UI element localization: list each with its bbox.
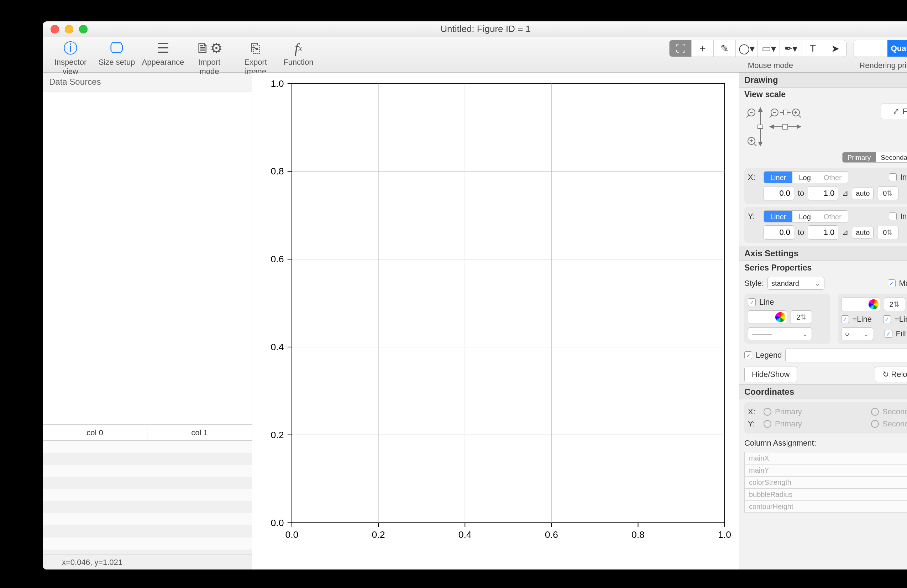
marker-color-picker[interactable]: [841, 298, 880, 311]
mouse-mode-rect-icon[interactable]: ▭▾: [758, 40, 780, 57]
mouse-mode-pencil-icon[interactable]: ✎: [714, 40, 736, 57]
mouse-mode-pen-icon[interactable]: ✒▾: [780, 40, 802, 57]
coord-y-primary-radio[interactable]: [764, 420, 771, 428]
x-from-input[interactable]: [764, 186, 794, 200]
fit-button[interactable]: ⤢ Fit: [881, 104, 907, 119]
x-to-input[interactable]: [808, 186, 838, 200]
colorwheel-icon: [775, 312, 785, 322]
export-image-button[interactable]: ⎘ Export image: [234, 38, 277, 76]
coord-y-secondary-radio[interactable]: [871, 420, 879, 428]
y-scale-other[interactable]: Other: [817, 211, 848, 222]
mouse-mode-text-icon[interactable]: T: [802, 40, 824, 57]
delta-icon: ⊿: [842, 228, 848, 237]
y-auto-stepper[interactable]: 0 ⇅: [877, 226, 899, 239]
x-auto-stepper[interactable]: 0 ⇅: [877, 186, 899, 200]
data-table-header: col 0 col 1: [43, 424, 252, 441]
y-axis-settings: Y: Liner Log Other Invert to: [744, 207, 907, 243]
reload-button[interactable]: ↻ Reload: [875, 367, 907, 382]
inspector-view-button[interactable]: ⓘ Inspector view: [49, 38, 92, 76]
svg-text:0.0: 0.0: [271, 518, 284, 528]
svg-text:0.8: 0.8: [631, 529, 645, 540]
assignment-item[interactable]: mainX⌄: [744, 452, 907, 464]
line-checkbox[interactable]: [748, 298, 756, 306]
close-icon[interactable]: [51, 25, 59, 34]
series-properties-title: Series Properties: [739, 261, 907, 275]
mouse-mode-pointer-icon[interactable]: ➤: [824, 40, 846, 57]
y-scale-segmented[interactable]: Liner Log Other: [764, 210, 848, 223]
coord-x-primary-radio[interactable]: [764, 408, 771, 416]
legend-input[interactable]: [785, 348, 907, 362]
rendering-option-speed[interactable]: [854, 40, 888, 57]
style-dropdown[interactable]: standard⌄: [768, 277, 824, 290]
y-scale-linear[interactable]: Liner: [764, 211, 792, 222]
svg-text:0.6: 0.6: [545, 529, 558, 540]
y-auto-chip[interactable]: auto: [852, 227, 873, 239]
toolbar-label: Appearance: [142, 58, 184, 67]
marker-shape-dropdown[interactable]: ○⌄: [841, 327, 873, 340]
svg-line-51: [799, 115, 801, 117]
view-navigation-cluster[interactable]: − + − +: [744, 104, 801, 150]
x-scale-segmented[interactable]: Liner Log Other: [764, 171, 848, 183]
x-scale-other[interactable]: Other: [817, 171, 848, 183]
marker-checkbox[interactable]: [888, 279, 896, 287]
mouse-mode-add-icon[interactable]: ＋: [692, 40, 714, 57]
line-style-dropdown[interactable]: ────⌄: [748, 327, 812, 340]
x-invert-checkbox[interactable]: [889, 173, 897, 181]
x-scale-linear[interactable]: Liner: [764, 171, 792, 183]
svg-text:+: +: [795, 110, 797, 115]
coord-x-secondary-radio[interactable]: [871, 408, 879, 416]
y-to-input[interactable]: [808, 225, 838, 240]
mouse-mode-segmented[interactable]: ⛶ ＋ ✎ ◯▾ ▭▾ ✒▾ T ➤: [669, 40, 846, 57]
size-setup-button[interactable]: 🖵 Size setup: [95, 38, 138, 76]
svg-text:0.2: 0.2: [372, 529, 385, 540]
assignment-item[interactable]: colorStrength⌄: [744, 476, 907, 488]
column-assignment-list: mainX⌄ mainY⌄ colorStrength⌄ bubbleRadiu…: [744, 452, 907, 513]
axis-primary-secondary-tabs[interactable]: Primary Secondary: [842, 152, 907, 163]
appearance-button[interactable]: ☰ Appearance: [142, 38, 184, 76]
data-table-body[interactable]: [43, 441, 252, 554]
data-sources-list[interactable]: [43, 91, 252, 424]
x-axis-settings: X: Liner Log Other Invert to: [744, 168, 907, 204]
import-mode-button[interactable]: 🗎⚙ Import mode: [188, 38, 231, 76]
coord-y-label: Y:: [748, 419, 760, 429]
tab-secondary[interactable]: Secondary: [876, 152, 907, 162]
fill-checkbox[interactable]: [885, 330, 893, 338]
rendering-option-quality[interactable]: Quality: [888, 40, 907, 57]
legend-checkbox[interactable]: [744, 351, 752, 359]
y-from-input[interactable]: [764, 225, 794, 240]
x-auto-chip[interactable]: auto: [852, 187, 873, 199]
eqline2-checkbox[interactable]: [883, 316, 891, 323]
delta-icon: ⊿: [842, 189, 848, 198]
hide-show-button[interactable]: Hide/Show: [744, 367, 797, 382]
chart-canvas[interactable]: 0.00.20.40.60.81.00.00.20.40.60.81.0: [259, 76, 732, 548]
y-scale-log[interactable]: Log: [792, 211, 817, 222]
mouse-mode-select-icon[interactable]: ⛶: [670, 40, 692, 57]
column-header[interactable]: col 0: [43, 425, 147, 440]
assignment-item[interactable]: contourHeight⌄: [744, 500, 907, 513]
y-to-label: to: [798, 228, 804, 237]
minimize-icon[interactable]: [65, 25, 73, 34]
eqline1-checkbox[interactable]: [841, 316, 849, 323]
svg-text:1.0: 1.0: [718, 529, 731, 540]
assignment-item[interactable]: bubbleRadius⌄: [744, 488, 907, 500]
rendering-priority-segmented[interactable]: Quality: [854, 40, 907, 57]
axis-settings-section-title[interactable]: Axis Settings: [739, 246, 907, 261]
y-invert-checkbox[interactable]: [889, 213, 897, 220]
tab-primary[interactable]: Primary: [843, 152, 876, 162]
plot-area[interactable]: 0.00.20.40.60.81.00.00.20.40.60.81.0: [252, 73, 739, 569]
svg-text:0.2: 0.2: [271, 429, 284, 440]
column-header[interactable]: col 1: [147, 425, 252, 440]
line-width-stepper[interactable]: 2 ⇅: [791, 310, 812, 324]
mouse-mode-circle-icon[interactable]: ◯▾: [736, 40, 758, 57]
line-color-picker[interactable]: [748, 310, 787, 324]
line-label: Line: [759, 298, 774, 307]
svg-rect-42: [758, 125, 763, 128]
toolbar-label: Inspector view: [49, 58, 92, 76]
x-scale-log[interactable]: Log: [792, 171, 817, 183]
view-scale-title: View scale: [739, 88, 907, 101]
assignment-item[interactable]: mainY⌄: [744, 464, 907, 476]
zoom-icon[interactable]: [79, 25, 88, 34]
marker-size-stepper[interactable]: 2 ⇅: [884, 298, 905, 311]
svg-marker-41: [758, 142, 762, 146]
function-button[interactable]: fx Function: [280, 38, 316, 76]
